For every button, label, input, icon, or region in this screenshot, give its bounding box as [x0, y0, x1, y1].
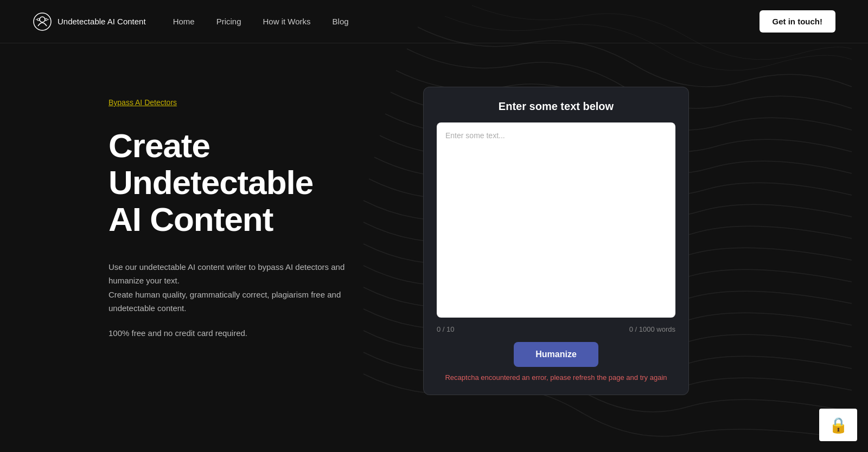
svg-point-0 — [34, 13, 51, 30]
counter-row: 0 / 10 0 / 1000 words — [437, 325, 675, 333]
svg-point-3 — [45, 18, 47, 21]
word-counter: 0 / 1000 words — [629, 325, 675, 333]
svg-point-2 — [37, 18, 40, 21]
nav-how-it-works[interactable]: How it Works — [263, 17, 311, 26]
hero-description: Use our undetectable AI content writer t… — [108, 260, 380, 315]
logo-text: Undetectable AI Content — [58, 17, 146, 26]
nav-home[interactable]: Home — [173, 17, 195, 26]
hero-title-line2: AI Content — [108, 201, 273, 238]
hero-title-line1: Create Undetectable — [108, 127, 313, 201]
hero-title: Create Undetectable AI Content — [108, 127, 380, 238]
text-input[interactable] — [437, 122, 675, 318]
bypass-ai-detectors-link[interactable]: Bypass AI Detectors — [108, 98, 177, 107]
char-counter: 0 / 10 — [437, 325, 455, 333]
left-section: Bypass AI Detectors Create Undetectable … — [108, 87, 380, 338]
get-in-touch-button[interactable]: Get in touch! — [760, 10, 836, 33]
recaptcha-badge: 🔒 — [819, 409, 857, 441]
navbar: Undetectable AI Content Home Pricing How… — [0, 0, 868, 43]
right-section: Enter some text below 0 / 10 0 / 1000 wo… — [423, 87, 689, 395]
error-message: Recaptcha encountered an error, please r… — [437, 373, 675, 382]
nav-pricing[interactable]: Pricing — [216, 17, 241, 26]
recaptcha-icon: 🔒 — [829, 416, 848, 434]
humanize-button[interactable]: Humanize — [514, 342, 598, 367]
panel-title: Enter some text below — [437, 100, 675, 113]
logo[interactable]: Undetectable AI Content — [33, 12, 146, 31]
text-panel: Enter some text below 0 / 10 0 / 1000 wo… — [423, 87, 689, 395]
nav-left: Undetectable AI Content Home Pricing How… — [33, 12, 349, 31]
svg-point-1 — [40, 17, 45, 22]
nav-links: Home Pricing How it Works Blog — [173, 17, 349, 26]
hero-free-text: 100% free and no credit card required. — [108, 328, 380, 338]
main-content: Bypass AI Detectors Create Undetectable … — [0, 43, 868, 452]
logo-icon — [33, 12, 52, 31]
nav-blog[interactable]: Blog — [333, 17, 349, 26]
